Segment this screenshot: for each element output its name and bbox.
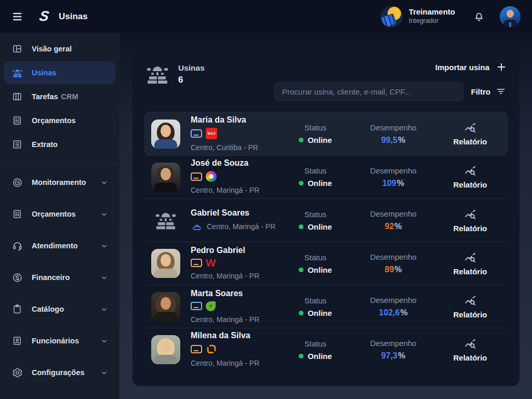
solis-brackets-logo-icon (206, 343, 217, 355)
solar-panel-placeholder-icon (151, 206, 180, 235)
sidebar-item-monitoramento[interactable]: Monitoramento (4, 171, 115, 194)
online-dot-icon (299, 224, 303, 229)
client-name: Marta Soares (191, 289, 284, 298)
sidebar-item-label: Extrato (32, 140, 58, 149)
report-button[interactable]: Relatório (440, 338, 501, 362)
dashboard-icon (11, 43, 23, 55)
dollar-icon (11, 272, 23, 283)
inverter-orange-icon (191, 172, 202, 181)
online-dot-icon (299, 181, 303, 185)
report-button[interactable]: Relatório (440, 295, 501, 319)
chevron-down-icon (100, 179, 108, 187)
status-label: Status (284, 296, 347, 305)
chevron-down-icon (100, 274, 108, 282)
app-root: S Usinas Treinamento Integrador (0, 0, 532, 399)
client-name: Maria da Silva (191, 115, 284, 125)
report-button[interactable]: Relatório (440, 122, 501, 146)
status-value: Online (308, 179, 332, 188)
sidebar-item-label: Atendimento (32, 242, 78, 250)
notifications-button[interactable] (473, 10, 485, 23)
hamburger-icon (11, 10, 25, 23)
menu-toggle-button[interactable] (9, 8, 27, 25)
green-leaf-logo-icon: ⚡ (206, 301, 216, 311)
sidebar-item-extrato[interactable]: Extrato (4, 133, 115, 156)
usina-row[interactable]: Milena da Silva Centro, Maringá - PR (145, 328, 507, 371)
client-name: Gabriel Soares (191, 208, 275, 218)
sidebar-item-orcamentos[interactable]: Orçamentos (4, 109, 115, 132)
search-input[interactable] (274, 82, 464, 101)
usina-row[interactable]: Maria da Silva SAJ Centro, Curitiba - PR… (145, 112, 507, 155)
sidebar-item-label: Orçamentos (32, 210, 76, 218)
filter-button[interactable]: Filtro (464, 83, 508, 100)
client-name: José de Souza (191, 158, 284, 168)
sidebar-item-visao-geral[interactable]: Visão geral (4, 37, 115, 60)
sidebar-item-label: Funcionários (32, 337, 79, 345)
import-usina-button[interactable]: Importar usina (435, 59, 507, 75)
inverter-orange-icon (191, 259, 202, 267)
percent-sign: % (394, 265, 402, 274)
usina-row[interactable]: José de Souza Centro, Maringá - PR Statu… (145, 155, 507, 198)
chevron-down-icon (100, 337, 108, 345)
performance-value: 89 (384, 265, 394, 274)
usina-row[interactable]: Marta Soares ⚡ Centro, Maringá - PR Stat… (145, 285, 507, 328)
kanban-icon (11, 91, 23, 102)
client-location: Centro, Maringá - PR (191, 315, 259, 324)
performance-value: 99,5 (381, 136, 397, 144)
sidebar-item-usinas[interactable]: Usinas (4, 61, 115, 84)
sidebar-item-label: Configurações (32, 368, 85, 377)
performance-value: 92 (384, 222, 394, 231)
sidebar-item-catalogo[interactable]: Catálogo (4, 298, 115, 321)
percent-sign: % (400, 308, 407, 317)
client-name: Pedro Gabriel (191, 246, 284, 255)
sidebar: Visão geral Usinas Tarefas CRM (0, 33, 119, 399)
client-location: Centro, Maringá - PR (191, 271, 259, 281)
sidebar-item-label: Tarefas (32, 92, 58, 101)
status-value: Online (308, 136, 332, 144)
plus-icon (496, 61, 507, 73)
gauge-icon (11, 177, 23, 188)
usinas-panel: Usinas 6 Importar usina (132, 47, 520, 386)
percent-sign: % (397, 179, 404, 188)
sidebar-item-tarefas-crm[interactable]: Tarefas CRM (4, 85, 115, 108)
report-label: Relatório (453, 353, 487, 362)
sidebar-item-suffix: CRM (61, 92, 78, 101)
client-photo (151, 335, 180, 364)
inverter-blue-icon (191, 129, 202, 138)
status-value: Online (308, 352, 332, 361)
online-dot-icon (299, 268, 303, 272)
status-value: Online (308, 309, 332, 317)
client-location: Centro, Maringá - PR (191, 185, 259, 195)
sidebar-item-funcionarios[interactable]: Funcionários (4, 329, 115, 352)
online-dot-icon (299, 354, 303, 358)
sidebar-item-financeiro[interactable]: Financeiro (4, 266, 115, 289)
chevron-down-icon (100, 305, 108, 313)
usina-row[interactable]: Pedro Gabriel W Centro, Maringá - PR Sta… (145, 242, 507, 285)
sidebar-item-orcamentos-2[interactable]: Orçamentos (4, 203, 115, 225)
performance-label: Desempenho (347, 166, 440, 175)
org-logo-icon (381, 6, 403, 28)
gear-icon (11, 367, 23, 378)
report-chart-icon (464, 208, 477, 221)
percent-sign: % (398, 351, 405, 360)
user-avatar[interactable] (500, 6, 521, 27)
sidebar-item-atendimento[interactable]: Atendimento (4, 234, 115, 257)
report-chart-icon (464, 295, 477, 308)
usina-row[interactable]: Gabriel Soares Centro, Maringá - PR (145, 198, 507, 242)
performance-label: Desempenho (347, 123, 440, 132)
report-label: Relatório (453, 310, 487, 319)
online-dot-icon (299, 138, 303, 142)
org-name: Treinamento (409, 7, 455, 17)
report-button[interactable]: Relatório (440, 165, 501, 189)
top-bar: S Usinas Treinamento Integrador (0, 0, 532, 33)
calculator-icon (11, 115, 23, 126)
report-button[interactable]: Relatório (440, 208, 501, 233)
org-badge[interactable]: Treinamento Integrador (381, 6, 455, 28)
saj-logo-icon: SAJ (206, 128, 217, 139)
sidebar-item-configuracoes[interactable]: Configurações (4, 361, 115, 384)
sidebar-item-label: Usinas (32, 69, 57, 77)
report-button[interactable]: Relatório (440, 251, 501, 276)
percent-sign: % (394, 222, 402, 231)
online-dot-icon (299, 311, 303, 315)
blue-waves-logo-icon (191, 221, 203, 232)
usinas-list: Maria da Silva SAJ Centro, Curitiba - PR… (145, 112, 507, 371)
